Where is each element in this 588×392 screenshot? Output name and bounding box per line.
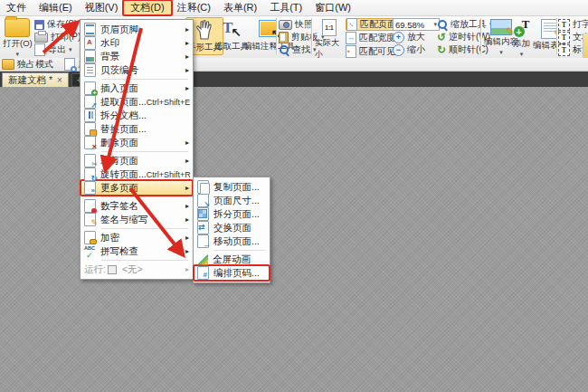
snapshot-button[interactable]: 快照: [279, 18, 313, 31]
menu-separator: [101, 260, 188, 261]
spell-check-icon: [84, 245, 96, 257]
zoom-out-label: 缩小: [407, 43, 425, 56]
menu-item-label: 旋转页面...: [100, 168, 147, 181]
zoom-tool-label: 缩放工具: [450, 18, 487, 31]
submenu-arrow-icon: [185, 215, 189, 224]
menu-item-encrypt[interactable]: 加密: [81, 231, 192, 244]
properties-icon: [64, 58, 75, 71]
typewriter-icon: T: [558, 19, 570, 31]
save-icon: [34, 20, 44, 30]
submenu-item-swap-pages[interactable]: 交换页面: [194, 221, 269, 234]
submenu-arrow-icon: [185, 53, 189, 61]
zoom-level-combobox[interactable]: 69.58% ▾: [393, 18, 440, 31]
replace-pages-icon: [84, 122, 96, 136]
menu-comment[interactable]: 注释(C): [171, 1, 217, 14]
zoom-in-icon: +: [393, 32, 404, 43]
fit-page-button[interactable]: 匹配页面: [346, 18, 397, 31]
menu-item-header-footer[interactable]: 页眉页脚: [81, 23, 192, 36]
submenu-item-duplicate-pages[interactable]: 复制页面...: [194, 180, 269, 194]
submenu-item-number-pages[interactable]: 编排页码...: [194, 266, 269, 280]
menu-item-label: 移动页面...: [213, 235, 260, 248]
menu-item-rotate-pages[interactable]: 旋转页面... Ctrl+Shift+R: [81, 167, 192, 181]
export-icon: [34, 43, 45, 56]
menu-item-bates-numbering[interactable]: 贝茨编号: [81, 63, 192, 77]
menu-item-insert-pages[interactable]: 插入页面: [81, 81, 192, 95]
document-menu-dropdown: 页眉页脚 水印 背景 贝茨编号 插入页面 提取页面... Ctrl+Shift: [80, 19, 194, 280]
open-folder-icon: [5, 18, 30, 37]
close-icon[interactable]: ×: [57, 76, 62, 85]
menu-item-label: 提取页面...: [100, 96, 147, 109]
typewriter-button[interactable]: T 打字机: [558, 18, 588, 31]
save-button[interactable]: 保存(S): [34, 18, 77, 31]
extract-pages-icon: [84, 95, 96, 109]
menu-item-sign-initial[interactable]: 签名与缩写: [81, 213, 192, 226]
number-pages-icon: [197, 266, 209, 280]
menu-form[interactable]: 表单(R): [217, 1, 263, 14]
submenu-item-split-pages[interactable]: 拆分页面...: [194, 207, 269, 221]
zoom-in-button[interactable]: + 放大: [393, 31, 425, 43]
menu-item-label: 背景: [100, 51, 119, 63]
open-button[interactable]: 打开(O) ▾: [2, 17, 33, 59]
header-footer-icon: [84, 23, 96, 36]
menu-item-label: 替换页面...: [100, 123, 147, 136]
submenu-item-resize-pages[interactable]: 页面尺寸...: [194, 194, 269, 207]
document-tab[interactable]: 新建文档 * ×: [2, 72, 69, 87]
menu-item-crop-pages[interactable]: 裁剪页面: [81, 154, 192, 167]
menu-view[interactable]: 视图(V): [79, 1, 125, 14]
menu-document[interactable]: 文档(D): [124, 1, 170, 14]
menu-item-extract-pages[interactable]: 提取页面... Ctrl+Shift+E: [81, 95, 192, 109]
encrypt-icon: [84, 231, 96, 244]
actual-size-button[interactable]: 1:1 实际大小: [314, 18, 345, 62]
insert-pages-icon: [84, 81, 96, 95]
add-button[interactable]: 添加 ▾: [512, 18, 531, 59]
menu-bar: 文件 编辑(E) 视图(V) 文档(D) 注释(C) 表单(R) 工具(T) 窗…: [0, 0, 588, 16]
find-label: 查找: [292, 43, 310, 56]
submenu-arrow-icon: [185, 25, 189, 33]
toolbar-separator: [311, 18, 312, 54]
submenu-item-transitions[interactable]: 全屏动画: [194, 253, 269, 266]
menu-item-label: 签名与缩写: [100, 214, 148, 226]
fit-visible-button[interactable]: 匹配可见: [346, 45, 395, 58]
add-icon: [514, 19, 530, 37]
document-tab-title: 新建文档 *: [8, 74, 52, 87]
dropdown-arrow-icon: ▾: [69, 46, 72, 53]
digital-signature-icon: [84, 199, 96, 213]
menu-item-delete-pages[interactable]: 删除页面: [81, 136, 192, 149]
menu-file[interactable]: 文件: [0, 1, 33, 14]
menu-item-label: 拼写检查: [100, 245, 138, 258]
submenu-arrow-icon: [185, 234, 189, 242]
menu-item-split-document[interactable]: 拆分文档...: [81, 109, 192, 122]
submenu-arrow-icon: [185, 84, 189, 92]
submenu-arrow-icon: [185, 39, 189, 47]
menu-item-label: 编排页码...: [213, 267, 260, 280]
fit-visible-label: 匹配可见: [359, 45, 395, 58]
menu-item-watermark[interactable]: 水印: [81, 36, 192, 50]
menu-item-label: 复制页面...: [213, 181, 260, 194]
menu-item-spell-check[interactable]: 拼写检查: [81, 244, 192, 258]
menu-item-digital-signature[interactable]: 数字签名: [81, 199, 192, 213]
menu-item-replace-pages[interactable]: 替换页面...: [81, 122, 192, 136]
fit-visible-icon: [346, 45, 356, 58]
menu-edit[interactable]: 编辑(E): [33, 1, 79, 14]
submenu-arrow-icon: [185, 66, 189, 74]
exclusive-mode-button[interactable]: 独占模式: [2, 58, 53, 71]
menu-tools[interactable]: 工具(T): [263, 1, 308, 14]
fit-page-label: 匹配页面: [360, 18, 396, 31]
menu-item-label: 水印: [100, 37, 119, 50]
export-button[interactable]: 导出 ▾: [34, 43, 72, 56]
menu-item-shortcut: Ctrl+Shift+R: [147, 170, 191, 179]
fit-width-label: 匹配宽度: [359, 32, 395, 44]
menu-item-more-pages[interactable]: 更多页面: [81, 181, 192, 195]
zoom-out-button[interactable]: − 缩小: [393, 43, 425, 56]
run-icon: [108, 265, 117, 274]
menu-item-run[interactable]: 运行: <无>: [81, 263, 192, 276]
fit-width-button[interactable]: 匹配宽度: [346, 32, 395, 44]
resize-pages-icon: [197, 194, 209, 207]
watermark-icon: [84, 36, 96, 50]
menu-item-background[interactable]: 背景: [81, 50, 192, 63]
menu-item-label: 贝茨编号: [100, 64, 138, 77]
submenu-item-move-pages[interactable]: 移动页面...: [194, 234, 269, 248]
callout-icon: T: [558, 44, 570, 56]
menu-window[interactable]: 窗口(W): [308, 1, 357, 14]
open-label: 打开(O): [3, 38, 33, 50]
